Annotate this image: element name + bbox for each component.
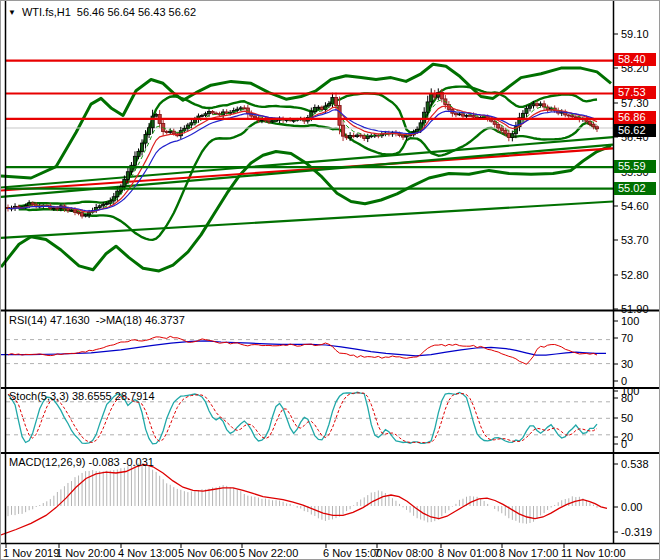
stoch-scale-label: 0	[621, 438, 627, 450]
macd-indicator-label: MACD(12,26,9) -0.083 -0.031	[9, 456, 154, 468]
support-price-badge: 55.02	[614, 182, 656, 195]
macd-scale-label: -0.319	[621, 526, 652, 538]
time-tick-label: 11 Nov 10:00	[561, 547, 626, 559]
time-tick-label: 5 Nov 22:00	[239, 547, 298, 559]
price-tick-label: 51.90	[621, 303, 649, 315]
resistance-price-badge: 56.86	[614, 111, 656, 124]
chart-window: ▼ WTI.fs,H1 56.46 56.64 56.43 56.62 RSI(…	[0, 0, 660, 560]
time-tick-label: 7 Nov 08:00	[374, 547, 433, 559]
time-tick-label: 1 Nov 2019	[3, 547, 59, 559]
resistance-price-badge: 58.40	[614, 53, 656, 66]
current-price-badge: 56.62	[614, 124, 656, 137]
macd-scale-label: 0.00	[621, 501, 642, 513]
price-tick-label: 59.10	[621, 28, 649, 40]
macd-scale-label: 0.538	[621, 458, 649, 470]
symbol-dropdown-icon[interactable]: ▼	[8, 7, 16, 18]
stoch-scale-label: 50	[621, 412, 633, 424]
rsi-scale-label: 100	[621, 315, 639, 327]
chart-canvas[interactable]	[1, 1, 660, 560]
chart-title-bar: ▼ WTI.fs,H1 56.46 56.64 56.43 56.62	[8, 6, 196, 18]
time-tick-label: 1 Nov 20:00	[56, 547, 115, 559]
support-price-badge: 55.59	[614, 160, 656, 173]
rsi-scale-label: 30	[621, 358, 633, 370]
price-tick-label: 53.70	[621, 234, 649, 246]
rsi-indicator-label: RSI(14) 47.1630 ->MA(18) 46.3737	[9, 314, 185, 326]
time-tick-label: 8 Nov 17:00	[499, 547, 558, 559]
resistance-price-badge: 57.53	[614, 86, 656, 99]
price-tick-label: 52.80	[621, 269, 649, 281]
rsi-scale-label: 70	[621, 332, 633, 344]
time-tick-label: 8 Nov 01:00	[438, 547, 497, 559]
symbol-title: WTI.fs,H1	[22, 6, 71, 18]
time-tick-label: 4 Nov 13:00	[118, 547, 177, 559]
price-tick-label: 54.60	[621, 200, 649, 212]
stoch-indicator-label: Stoch(5,3,3) 38.6555 28.7914	[9, 390, 155, 402]
stoch-scale-label: 80	[621, 392, 633, 404]
time-tick-label: 5 Nov 06:00	[178, 547, 237, 559]
quote-ohlc: 56.46 56.64 56.43 56.62	[77, 6, 196, 18]
